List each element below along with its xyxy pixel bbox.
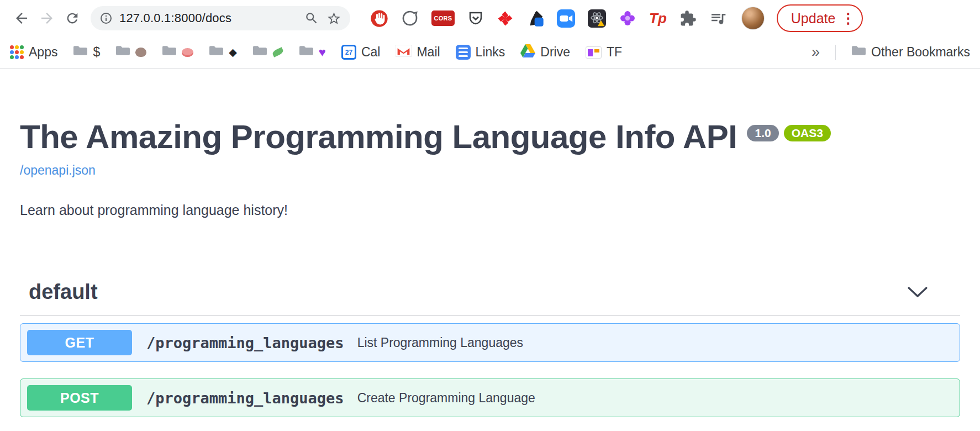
endpoint-row-post-programming-languages[interactable]: POST /programming_languages Create Progr… <box>20 379 960 417</box>
mail-label: Mail <box>417 45 440 60</box>
browser-menu-dots-icon: ⋮ <box>841 10 855 27</box>
other-bookmarks-label: Other Bookmarks <box>871 45 970 60</box>
forward-icon[interactable] <box>34 6 60 31</box>
bookmark-mail[interactable]: Mail <box>396 45 440 60</box>
bookmark-folder-herb[interactable] <box>252 45 283 60</box>
graduation-cap-emoji-icon: ◆ <box>229 46 237 59</box>
bookmark-folder-graduation[interactable]: ◆ <box>209 45 237 60</box>
folder-icon <box>252 45 267 60</box>
endpoint-summary: Create Programming Language <box>357 391 535 406</box>
bookmark-folder-horse[interactable] <box>115 45 146 60</box>
stop-hand-extension-icon[interactable] <box>370 9 388 28</box>
playlist-music-icon[interactable] <box>709 9 727 28</box>
zoom-camera-extension-icon[interactable] <box>557 9 575 28</box>
herb-emoji-icon <box>271 47 284 57</box>
address-bar[interactable]: 127.0.0.1:8000/docs <box>91 6 350 30</box>
get-method-badge: GET <box>27 330 132 355</box>
update-button-label: Update <box>791 10 836 27</box>
bookmark-drive[interactable]: Drive <box>520 44 570 61</box>
bookmark-tf[interactable]: TF <box>586 45 622 60</box>
folder-label: $ <box>93 45 100 60</box>
browser-toolbar: 127.0.0.1:8000/docs CORS <box>0 0 980 36</box>
profile-avatar[interactable] <box>741 7 765 30</box>
other-bookmarks[interactable]: Other Bookmarks <box>851 45 970 60</box>
pocket-shield-extension-icon[interactable] <box>467 9 484 28</box>
swagger-docs-page: The Amazing Programming Language Info AP… <box>0 119 980 417</box>
flower-extension-icon[interactable] <box>619 9 636 28</box>
back-icon[interactable] <box>9 6 34 31</box>
tf-label: TF <box>607 45 622 60</box>
links-icon <box>456 45 471 60</box>
bookmark-folder-brain[interactable] <box>162 45 193 60</box>
links-label: Links <box>476 45 505 60</box>
endpoint-summary: List Programming Languages <box>357 335 523 350</box>
bookmarks-divider <box>835 45 836 60</box>
tf-icon <box>586 46 602 59</box>
bookmark-links[interactable]: Links <box>456 45 505 60</box>
pinwheel-extension-icon[interactable] <box>497 9 514 28</box>
puzzle-extensions-icon[interactable] <box>679 9 697 28</box>
brain-emoji-icon <box>182 48 193 57</box>
zoom-icon[interactable] <box>304 11 319 25</box>
openapi-spec-link[interactable]: /openapi.json <box>20 163 96 178</box>
chat-bubble-extension-icon[interactable] <box>401 9 419 28</box>
google-drive-icon <box>520 44 535 61</box>
bookmarks-overflow-chevron-icon[interactable]: » <box>812 44 820 61</box>
bookmark-folder-purple-heart[interactable]: ♥ <box>299 45 326 60</box>
api-title-text: The Amazing Programming Language Info AP… <box>20 119 737 154</box>
extensions-area: CORS Tp <box>370 9 727 28</box>
folder-icon <box>851 45 866 60</box>
apps-grid-icon <box>10 45 24 59</box>
folder-icon <box>115 45 130 60</box>
apps-shortcut[interactable]: Apps <box>10 45 57 60</box>
horse-emoji-icon <box>135 48 146 57</box>
collapse-chevron-icon[interactable] <box>907 286 928 298</box>
tag-name: default <box>29 280 98 304</box>
page-title: The Amazing Programming Language Info AP… <box>20 119 960 154</box>
tp-extension-icon[interactable]: Tp <box>649 9 667 28</box>
bookmark-star-icon[interactable] <box>326 11 341 26</box>
folder-icon <box>73 45 88 60</box>
tag-section-default: default GET /programming_languages List … <box>20 280 960 417</box>
endpoint-path: /programming_languages <box>146 334 344 351</box>
apps-label: Apps <box>29 45 57 60</box>
update-button[interactable]: Update ⋮ <box>777 4 863 32</box>
site-info-icon[interactable] <box>99 12 113 25</box>
oas3-badge: OAS3 <box>784 125 831 141</box>
folder-icon <box>209 45 224 60</box>
bookmarks-bar: Apps $ ◆ ♥ 27 Cal Mail Links <box>0 36 980 69</box>
gmail-icon <box>396 45 412 60</box>
version-badge: 1.0 <box>747 125 778 141</box>
folder-icon <box>299 45 314 60</box>
reload-icon[interactable] <box>60 6 85 31</box>
url-text[interactable]: 127.0.0.1:8000/docs <box>119 11 231 25</box>
title-badges: 1.0 OAS3 <box>747 125 830 141</box>
folder-icon <box>162 45 177 60</box>
bookmark-folder-dollar[interactable]: $ <box>73 45 100 60</box>
post-method-badge: POST <box>27 385 132 411</box>
endpoint-path: /programming_languages <box>146 390 344 407</box>
eyedropper-extension-icon[interactable] <box>526 9 544 28</box>
calendar-label: Cal <box>361 45 381 60</box>
purple-heart-emoji-icon: ♥ <box>319 45 326 60</box>
tag-section-header[interactable]: default <box>20 280 960 316</box>
calendar-icon: 27 <box>341 45 356 60</box>
endpoint-row-get-programming-languages[interactable]: GET /programming_languages List Programm… <box>20 323 960 362</box>
bookmark-calendar[interactable]: 27 Cal <box>341 45 381 60</box>
drive-label: Drive <box>540 45 570 60</box>
cors-extension-icon[interactable]: CORS <box>431 9 455 28</box>
atom-extension-icon[interactable] <box>588 9 606 28</box>
api-description: Learn about programming language history… <box>20 202 960 218</box>
